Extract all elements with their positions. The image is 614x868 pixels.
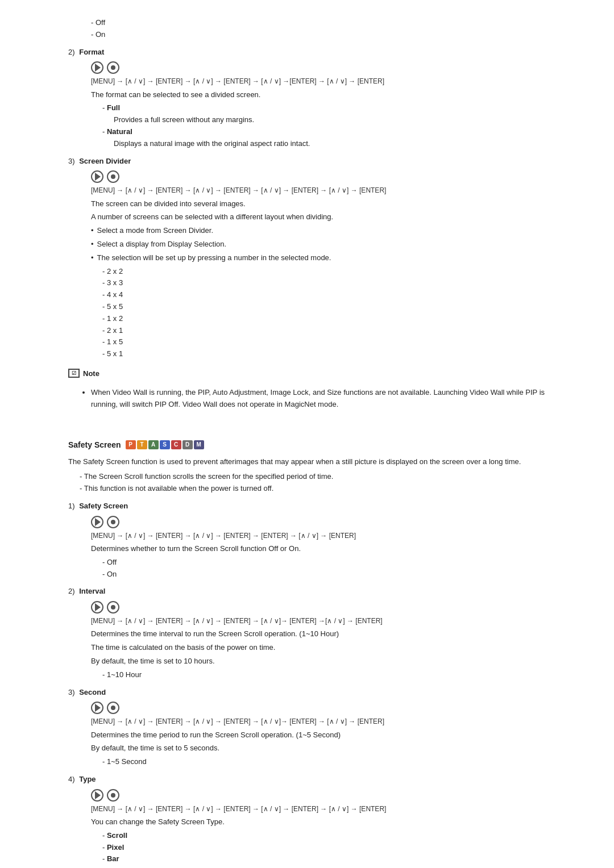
screen-divider-bullet3: •The selection will be set up by pressin… [91, 252, 546, 264]
screen-divider-bullet2: •Select a display from Display Selection… [91, 239, 546, 251]
screen-divider-dot-icon [107, 170, 119, 183]
note-text-item: When Video Wall is running, the PIP, Aut… [91, 387, 546, 411]
format-natural-label: - Natural [102, 126, 546, 138]
screen-divider-option-item: - 5 x 5 [102, 301, 546, 313]
note-text-list: When Video Wall is running, the PIP, Aut… [80, 387, 546, 411]
badge-m: M [194, 440, 204, 449]
note-section: ☑ Note When Video Wall is running, the P… [68, 368, 546, 410]
safety-screen-sub-desc: Determines whether to turn the Screen Sc… [91, 543, 546, 555]
interval-option: - 1~10 Hour [102, 669, 546, 681]
type-dot-icon [107, 789, 119, 802]
type-section-header: 4) Type [68, 774, 546, 786]
safety-screen-sub-header: 1) Safety Screen [68, 500, 546, 512]
top-off-item: - Off [91, 17, 546, 29]
second-icon-row [91, 702, 546, 714]
safety-intro-bullet1: - The Screen Scroll function scrolls the… [80, 471, 546, 483]
second-play-icon [91, 702, 103, 714]
screen-divider-bullet1: •Select a mode from Screen Divider. [91, 225, 546, 237]
screen-divider-icon-row [91, 170, 546, 183]
interval-icon-row [91, 601, 546, 614]
badge-t: T [137, 440, 147, 449]
note-icon: ☑ [68, 369, 80, 378]
screen-divider-header: 3) Screen Divider [68, 156, 546, 168]
interval-dot-icon [107, 601, 119, 614]
type-option-item: - Bar [102, 853, 546, 865]
safety-intro-bullet2: - This function is not available when th… [80, 483, 546, 495]
safety-screen-sub-icon-row [91, 516, 546, 528]
screen-divider-option-item: - 1 x 2 [102, 313, 546, 325]
second-option: - 1~5 Second [102, 756, 546, 768]
interval-section-header: 2) Interval [68, 586, 546, 598]
type-options-list: - Scroll- Pixel- Bar [68, 830, 546, 865]
safety-screen-badges: P T A S C D M [126, 440, 204, 449]
second-desc1: Determines the time period to run the Sc… [91, 729, 546, 741]
type-desc1: You can change the Safety Screen Type. [91, 816, 546, 828]
type-option-item: - Scroll [102, 830, 546, 842]
interval-menu-path: [MENU] → [∧ / ∨] → [ENTER] → [∧ / ∨] → [… [91, 616, 546, 627]
safety-screen-title-row: Safety Screen P T A S C D M [68, 439, 546, 451]
type-icon-row [91, 789, 546, 802]
safety-screen-sub-on: - On [102, 569, 546, 581]
type-option-item: - Pixel [102, 842, 546, 854]
note-label: Note [83, 368, 99, 380]
screen-divider-desc1: The screen can be divided into several i… [91, 198, 546, 210]
format-menu-path: [MENU] → [∧ / ∨] → [ENTER] → [∧ / ∨] → [… [91, 76, 546, 87]
second-section-header: 3) Second [68, 687, 546, 699]
safety-screen-play-icon [91, 516, 103, 528]
type-play-icon [91, 789, 103, 802]
badge-p: P [126, 440, 136, 449]
screen-divider-option-item: - 2 x 1 [102, 325, 546, 337]
interval-desc1: Determines the time interval to run the … [91, 628, 546, 640]
screen-divider-options-list: - 2 x 2- 3 x 3- 4 x 4- 5 x 5- 1 x 2- 2 x… [68, 266, 546, 360]
second-desc2: By default, the time is set to 5 seconds… [91, 742, 546, 754]
badge-d: D [182, 440, 193, 449]
screen-divider-option-item: - 4 x 4 [102, 289, 546, 301]
safety-screen-dot-icon [107, 516, 119, 528]
format-full-desc: Provides a full screen without any margi… [114, 114, 546, 126]
safety-intro-line1: The Safety Screen function is used to pr… [68, 456, 546, 468]
top-on-item: - On [91, 29, 546, 41]
second-dot-icon [107, 702, 119, 714]
screen-divider-desc2: A number of screens can be selected with… [91, 211, 546, 223]
badge-c: C [171, 440, 181, 449]
second-menu-path: [MENU] → [∧ / ∨] → [ENTER] → [∧ / ∨] → [… [91, 716, 546, 727]
safety-screen-sub-off: - Off [102, 557, 546, 569]
badge-s: S [160, 440, 170, 449]
safety-screen-title: Safety Screen [68, 439, 121, 451]
screen-divider-option-item: - 2 x 2 [102, 266, 546, 278]
format-dot-icon [107, 61, 119, 74]
badge-a: A [148, 440, 159, 449]
interval-desc3: By default, the time is set to 10 hours. [91, 656, 546, 667]
screen-divider-option-item: - 5 x 1 [102, 348, 546, 360]
screen-divider-play-icon [91, 170, 103, 183]
screen-divider-menu-path: [MENU] → [∧ / ∨] → [ENTER] → [∧ / ∨] → [… [91, 185, 546, 196]
screen-divider-option-item: - 1 x 5 [102, 336, 546, 348]
type-menu-path: [MENU] → [∧ / ∨] → [ENTER] → [∧ / ∨] → [… [91, 804, 546, 815]
format-full-label: - Full [102, 102, 546, 114]
format-description: The format can be selected to see a divi… [91, 89, 546, 101]
format-icon-row [91, 61, 546, 74]
format-section-header: 2) Format [68, 47, 546, 59]
safety-screen-section: Safety Screen P T A S C D M The Safety S… [68, 439, 546, 865]
format-natural-desc: Displays a natural image with the origin… [114, 138, 546, 150]
format-play-icon [91, 61, 103, 74]
safety-screen-sub-menu-path: [MENU] → [∧ / ∨] → [ENTER] → [∧ / ∨] → [… [91, 531, 546, 541]
interval-play-icon [91, 601, 103, 614]
screen-divider-option-item: - 3 x 3 [102, 277, 546, 289]
interval-desc2: The time is calculated on the basis of t… [91, 642, 546, 654]
